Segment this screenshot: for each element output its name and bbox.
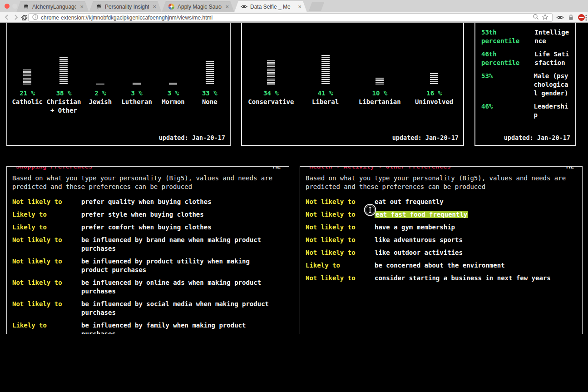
- browser-tab-3[interactable]: Apply Magic Sauce - Predicti×: [162, 1, 234, 12]
- preference-text: like outdoor activities: [375, 248, 571, 257]
- stat-label: Life Satisfaction: [534, 50, 571, 67]
- ibm-watson-icon: [23, 3, 30, 10]
- new-tab-button[interactable]: [309, 2, 324, 11]
- browser-tab-2[interactable]: Personality Insights | IBM Wat×: [89, 1, 162, 12]
- chart-column: 16 %Uninvolved: [407, 23, 461, 106]
- chart-column: 3 %Lutheran: [119, 23, 155, 115]
- chart-column: 38 %Christian + Other: [45, 23, 82, 115]
- bar-value-label: 34 %: [263, 89, 279, 98]
- health-ml-badge: ML: [563, 166, 577, 171]
- likelihood-label: Not likely to: [306, 223, 375, 232]
- likelihood-label: Likely to: [12, 210, 81, 219]
- likelihood-label: Not likely to: [12, 257, 81, 274]
- bar-category-label: Catholic: [12, 98, 42, 106]
- preference-row: Not likely tobe influenced by social med…: [12, 300, 283, 317]
- likelihood-label: Not likely to: [12, 278, 81, 296]
- bar-value-label: 33 %: [202, 89, 217, 98]
- likelihood-label: Likely to: [306, 261, 375, 270]
- bar-area: [169, 23, 177, 85]
- likelihood-label: Not likely to: [12, 236, 81, 253]
- text-cursor-icon: [364, 203, 376, 216]
- preference-text: be influenced by product utility when ma…: [81, 257, 278, 274]
- url-text: chrome-extension://kjmnobfdkgaclpkgenicc…: [41, 15, 530, 21]
- bar-category-label: Mormon: [162, 98, 185, 106]
- address-bar[interactable]: chrome-extension://kjmnobfdkgaclpkgenicc…: [28, 13, 553, 22]
- eye-icon: [241, 3, 247, 10]
- health-panel-title: Health + Activity + Other Preferences: [306, 166, 454, 171]
- preference-text: prefer comfort when buying clothes: [81, 223, 278, 232]
- likelihood-label: Likely to: [12, 223, 81, 232]
- highlighted-selection[interactable]: eat fast food frequently: [375, 211, 468, 218]
- preference-text: eat fast food frequently: [375, 210, 571, 219]
- preference-text: be influenced by brand name when making …: [81, 236, 278, 253]
- preference-text: have a gym membership: [375, 223, 571, 232]
- chart-column: 34 %Conservative: [244, 23, 298, 106]
- shopping-ml-badge: ML: [270, 166, 283, 171]
- bar-area: [96, 23, 104, 85]
- preference-text: eat out frequently: [375, 198, 571, 206]
- bar-catholic: [23, 69, 31, 85]
- politics-chart-panel: 34 %Conservative41 %Liberal10 %Libertani…: [241, 23, 464, 146]
- preference-text: be influenced by social media when makin…: [81, 300, 278, 317]
- preference-text: prefer quality when buying clothes: [81, 198, 278, 206]
- stat-label: Intelligence: [534, 28, 571, 45]
- stat-row: 46%Leadership: [481, 102, 571, 119]
- window-close-button[interactable]: [5, 4, 10, 9]
- likelihood-label: Not likely to: [306, 248, 375, 257]
- chrome-menu-icon[interactable]: [584, 13, 588, 22]
- preference-text: prefer style when buying clothes: [81, 210, 278, 219]
- stat-label: Male (psychological gender): [534, 72, 572, 98]
- bar-value-label: 2 %: [94, 89, 106, 98]
- percentile-stats-panel: 53th percentileIntelligence46th percenti…: [474, 23, 576, 146]
- bar-area: [376, 23, 384, 85]
- bar-conservative: [267, 60, 275, 85]
- bar-category-label: Conservative: [248, 98, 294, 106]
- browser-tab-4[interactable]: Data Selfie _ Me×: [234, 1, 307, 12]
- search-icon[interactable]: [533, 14, 539, 21]
- magic-sauce-icon: [168, 3, 175, 10]
- preference-row: Likely toprefer comfort when buying clot…: [12, 223, 283, 232]
- shopping-panel-description: Based on what you type your personality …: [12, 174, 283, 191]
- stat-row: 53th percentileIntelligence: [481, 28, 571, 45]
- bookmark-star-icon[interactable]: [542, 14, 548, 22]
- bar-value-label: 41 %: [318, 89, 333, 98]
- tab-close-icon[interactable]: ×: [297, 4, 302, 10]
- tab-close-icon[interactable]: ×: [79, 4, 84, 10]
- browser-toolbar: chrome-extension://kjmnobfdkgaclpkgenicc…: [0, 12, 588, 23]
- bar-area: [267, 23, 275, 85]
- page-info-icon[interactable]: [32, 14, 38, 21]
- bar-area: [321, 23, 330, 85]
- data-selfie-extension-eye-icon[interactable]: [556, 13, 564, 22]
- stat-value: 46th percentile: [481, 50, 519, 67]
- preference-text: be concerned about the environment: [375, 261, 571, 270]
- extension-lock-icon[interactable]: [567, 13, 575, 22]
- preference-row: Not likely toconsider starting a busines…: [306, 274, 577, 283]
- bar-category-label: Uninvolved: [415, 98, 453, 106]
- stat-value: 53%: [481, 72, 519, 98]
- bar-area: [59, 23, 68, 85]
- preference-row: Not likely toprefer quality when buying …: [12, 198, 283, 206]
- preference-text: be influenced by family when making prod…: [81, 321, 278, 334]
- bar-category-label: Christian + Other: [45, 98, 82, 115]
- tab-close-icon[interactable]: ×: [224, 4, 230, 10]
- bar-area: [430, 23, 438, 85]
- religion-updated-label: updated: Jan-20-17: [159, 134, 225, 141]
- shopping-panel-title: Shopping Preferences: [13, 166, 95, 171]
- home-icon[interactable]: [20, 13, 28, 21]
- forward-icon[interactable]: [12, 13, 20, 21]
- bar-area: [206, 23, 214, 85]
- bar-liberal: [321, 55, 330, 85]
- window-minimize-button[interactable]: [12, 4, 17, 9]
- tab-close-icon[interactable]: ×: [152, 4, 157, 10]
- chart-column: 3 %Mormon: [155, 23, 191, 115]
- bar-christian-other: [59, 57, 68, 85]
- browser-tabstrip: AlchemyLanguage | IBM Wats×Personality I…: [0, 0, 588, 12]
- preference-text: be influenced by online ads when making …: [81, 278, 278, 296]
- bar-lutheran: [133, 83, 141, 85]
- back-icon[interactable]: [3, 13, 11, 21]
- stat-row: 53%Male (psychological gender): [481, 72, 571, 98]
- browser-tab-1[interactable]: AlchemyLanguage | IBM Wats×: [16, 1, 89, 12]
- chart-column: 21 %Catholic: [9, 23, 45, 115]
- preference-row: Not likely tolike outdoor activities: [306, 248, 577, 257]
- bar-category-label: Lutheran: [121, 98, 152, 106]
